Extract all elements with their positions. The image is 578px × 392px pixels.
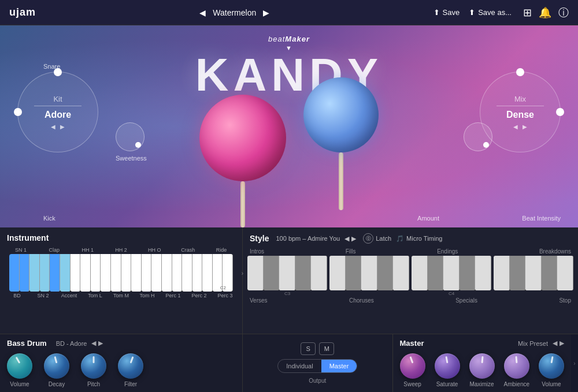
pitch-knob-label: Pitch: [87, 381, 100, 387]
beat-intensity-knob[interactable]: [464, 122, 492, 151]
bass-prev-btn[interactable]: ◀: [91, 339, 96, 347]
instrument-keyboard[interactable]: C2: [9, 254, 233, 292]
key-13[interactable]: [131, 254, 142, 292]
bottom-section: Instrument SN 1 Clap HH 1 HH 2 HH O Cras…: [0, 227, 578, 392]
preset-next-btn[interactable]: ▶: [261, 7, 272, 18]
mix-prev-btn[interactable]: ◀: [513, 124, 518, 130]
grid-icon[interactable]: ⊞: [523, 6, 532, 19]
sk-8[interactable]: [361, 256, 377, 290]
master-next-btn[interactable]: ▶: [560, 339, 564, 347]
individual-toggle[interactable]: Individual: [278, 360, 321, 372]
micro-timing-button[interactable]: 🎵 Micro Timing: [396, 235, 442, 242]
drum-label-ride: Ride: [205, 247, 238, 253]
style-keyboard-breakdowns-keys[interactable]: [494, 256, 573, 290]
sk-11[interactable]: [412, 256, 428, 290]
key-19[interactable]: [192, 254, 203, 292]
key-10[interactable]: [101, 254, 111, 292]
style-next-btn[interactable]: ▶: [351, 235, 356, 242]
style-keyboard-endings-keys[interactable]: [412, 256, 491, 290]
pitch-knob[interactable]: [81, 353, 106, 379]
right-scroll-bar[interactable]: ›: [571, 334, 578, 392]
key-15[interactable]: [151, 254, 162, 292]
keyboard-scroll-right[interactable]: ›: [242, 270, 243, 276]
save-as-button[interactable]: ⬆ Save as...: [469, 8, 512, 17]
style-keyboard-intros: C3: [247, 256, 327, 296]
master-volume-knob-label: Volume: [542, 381, 561, 387]
amount-label: Amount: [417, 215, 439, 222]
sk-20[interactable]: [557, 256, 573, 290]
drum-label-tomm: Tom M: [109, 293, 134, 298]
key-3[interactable]: [29, 254, 40, 292]
s-button[interactable]: S: [301, 342, 316, 355]
save-button[interactable]: ⬆ Save: [433, 8, 460, 17]
sk-6[interactable]: [329, 256, 346, 290]
sk-14[interactable]: [460, 256, 476, 290]
key-18[interactable]: [182, 254, 192, 292]
key-2[interactable]: [20, 254, 30, 292]
key-5[interactable]: [50, 254, 60, 292]
sk-12[interactable]: [428, 256, 444, 290]
key-11[interactable]: [111, 254, 121, 292]
master-volume-knob[interactable]: [539, 353, 564, 379]
drum-labels-bottom: BD SN 2 Accent Tom L Tom M Tom H Perc 1 …: [0, 293, 242, 298]
master-toggle[interactable]: Master: [321, 360, 357, 372]
m-button[interactable]: M: [319, 342, 334, 355]
style-keyboards: C3: [243, 256, 578, 296]
maximize-knob[interactable]: [469, 353, 495, 379]
sk-15[interactable]: [475, 256, 491, 290]
master-prev-btn[interactable]: ◀: [553, 339, 557, 347]
sk-4[interactable]: [295, 256, 312, 290]
key-6[interactable]: [60, 254, 71, 292]
key-20[interactable]: [202, 254, 213, 292]
key-14[interactable]: [142, 254, 152, 292]
key-7[interactable]: [71, 254, 81, 292]
drum-label-accent: Accent: [57, 293, 81, 298]
bell-icon[interactable]: 🔔: [539, 6, 551, 19]
latch-button[interactable]: ⓪ Latch: [363, 233, 391, 244]
sk-3[interactable]: [279, 256, 295, 290]
volume-knob[interactable]: [7, 353, 32, 379]
sk-1[interactable]: [247, 256, 264, 290]
kit-prev-btn[interactable]: ◀: [51, 124, 55, 130]
key-12[interactable]: [121, 254, 132, 292]
sk-19[interactable]: [542, 256, 558, 290]
sk-5[interactable]: [311, 256, 327, 290]
info-icon[interactable]: ⓘ: [558, 6, 569, 20]
saturate-knob[interactable]: [435, 353, 460, 379]
kit-knob[interactable]: Kit Adore ◀ ▶: [17, 72, 98, 152]
key-1[interactable]: [9, 254, 20, 292]
sk-17[interactable]: [510, 256, 526, 290]
sk-2[interactable]: [264, 256, 280, 290]
style-keyboard-intros-keys[interactable]: [247, 256, 327, 290]
key-8[interactable]: [80, 254, 91, 292]
bass-next-btn[interactable]: ▶: [98, 339, 103, 347]
sk-13[interactable]: [443, 256, 460, 290]
category-choruses: Choruses: [349, 297, 374, 304]
sk-9[interactable]: [377, 256, 394, 290]
preset-prev-btn[interactable]: ◀: [197, 7, 208, 18]
style-keyboard-fills-keys[interactable]: [329, 256, 409, 290]
style-title: Style: [250, 234, 269, 243]
sk-18[interactable]: [525, 256, 542, 290]
sk-7[interactable]: [346, 256, 362, 290]
instrument-panel: Instrument SN 1 Clap HH 1 HH 2 HH O Cras…: [0, 227, 243, 334]
kit-next-btn[interactable]: ▶: [60, 124, 65, 130]
sweep-knob[interactable]: [400, 353, 425, 379]
sk-16[interactable]: [494, 256, 510, 290]
mix-next-btn[interactable]: ▶: [523, 124, 527, 130]
key-4[interactable]: [40, 254, 50, 292]
style-prev-btn[interactable]: ◀: [344, 235, 349, 242]
key-17[interactable]: [172, 254, 183, 292]
ambience-knob[interactable]: [504, 353, 529, 379]
volume-knob-label: Volume: [10, 381, 29, 387]
decay-knob[interactable]: [44, 353, 69, 379]
sweetness-knob[interactable]: [116, 122, 144, 151]
lollipop-container: [199, 77, 379, 227]
category-specials: Specials: [455, 297, 477, 304]
filter-knob[interactable]: [118, 353, 143, 379]
key-16[interactable]: [162, 254, 172, 292]
sweep-knob-label: Sweep: [403, 381, 421, 387]
sk-10[interactable]: [393, 256, 409, 290]
key-9[interactable]: [91, 254, 101, 292]
volume-knob-item: Volume: [7, 353, 32, 387]
